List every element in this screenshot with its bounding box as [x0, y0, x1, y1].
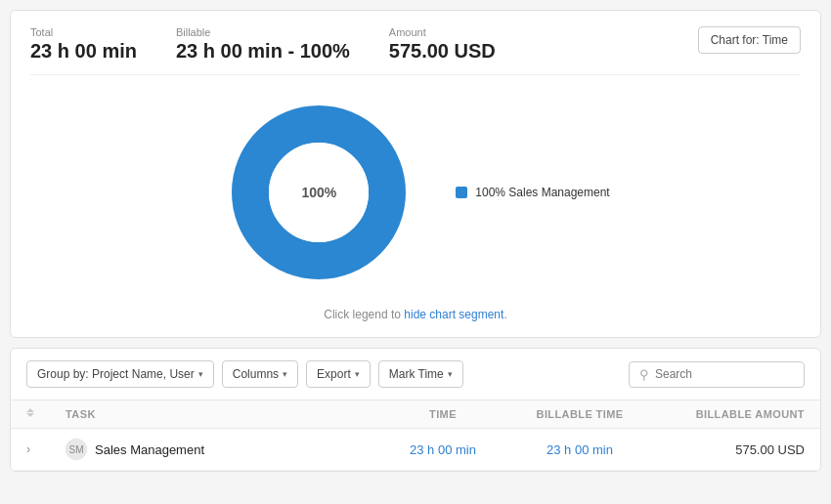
mark-time-chevron-icon: ▾ — [448, 369, 453, 379]
table-header: TASK TIME BILLABLE TIME BILLABLE AMOUNT — [11, 400, 820, 429]
th-time: TIME — [374, 408, 511, 420]
group-by-chevron-icon: ▾ — [198, 369, 203, 379]
svg-text:SM: SM — [69, 444, 84, 455]
group-by-button[interactable]: Group by: Project Name, User ▾ — [26, 360, 214, 388]
export-chevron-icon: ▾ — [355, 369, 360, 379]
billable-value: 23 h 00 min - 100% — [176, 40, 350, 63]
mark-time-label: Mark Time — [389, 367, 444, 381]
chart-hint-end: . — [503, 308, 506, 321]
chart-legend: 100% Sales Management — [456, 186, 609, 199]
table-row: › SM Sales Management 23 h 00 min 23 h 0… — [11, 429, 820, 471]
sort-down-icon — [26, 413, 34, 417]
donut-label: 100% — [301, 185, 336, 200]
sort-up-icon — [26, 408, 34, 412]
total-label: Total — [30, 26, 137, 38]
legend-item[interactable]: 100% Sales Management — [456, 186, 609, 199]
search-input[interactable] — [655, 367, 794, 381]
legend-item-label: 100% Sales Management — [475, 186, 609, 199]
search-box: ⚲ — [629, 361, 805, 388]
top-panel: Total 23 h 00 min Billable 23 h 00 min -… — [10, 10, 821, 338]
chart-hint-link[interactable]: hide chart segment — [404, 308, 503, 321]
stat-amount: Amount 575.00 USD — [389, 26, 496, 63]
row-billable-time[interactable]: 23 h 00 min — [511, 442, 648, 457]
stat-total: Total 23 h 00 min — [30, 26, 137, 63]
amount-label: Amount — [389, 26, 496, 38]
th-sort — [26, 408, 66, 420]
donut-chart: 100% — [221, 95, 416, 290]
amount-value: 575.00 USD — [389, 40, 496, 63]
row-project-name: Sales Management — [95, 442, 204, 457]
chart-area: 100% 100% Sales Management — [30, 75, 801, 300]
th-task: TASK — [66, 408, 374, 420]
row-expand-arrow[interactable]: › — [26, 442, 66, 456]
sort-icons[interactable] — [26, 408, 66, 417]
columns-chevron-icon: ▾ — [283, 369, 287, 379]
mark-time-button[interactable]: Mark Time ▾ — [378, 360, 463, 388]
project-icon: SM — [66, 439, 87, 460]
export-label: Export — [317, 367, 351, 381]
total-value: 23 h 00 min — [30, 40, 137, 63]
group-by-label: Group by: Project Name, User — [37, 367, 195, 381]
legend-color-swatch — [456, 187, 467, 198]
row-name: SM Sales Management — [66, 439, 374, 460]
th-billable-amount: BILLABLE AMOUNT — [648, 408, 805, 420]
stats-row: Total 23 h 00 min Billable 23 h 00 min -… — [30, 26, 801, 75]
chart-for-button[interactable]: Chart for: Time — [698, 26, 801, 54]
billable-label: Billable — [176, 26, 350, 38]
columns-button[interactable]: Columns ▾ — [222, 360, 298, 388]
bottom-panel: Group by: Project Name, User ▾ Columns ▾… — [10, 348, 821, 472]
row-billable-amount: 575.00 USD — [648, 442, 805, 457]
columns-label: Columns — [233, 367, 279, 381]
stat-billable: Billable 23 h 00 min - 100% — [176, 26, 350, 63]
th-billable-time: BILLABLE TIME — [511, 408, 648, 420]
chart-hint: Click legend to hide chart segment. — [30, 300, 801, 337]
row-time[interactable]: 23 h 00 min — [374, 442, 511, 457]
toolbar: Group by: Project Name, User ▾ Columns ▾… — [11, 349, 820, 400]
export-button[interactable]: Export ▾ — [306, 360, 371, 388]
chart-hint-text: Click legend to — [324, 308, 404, 321]
search-icon: ⚲ — [639, 367, 649, 382]
